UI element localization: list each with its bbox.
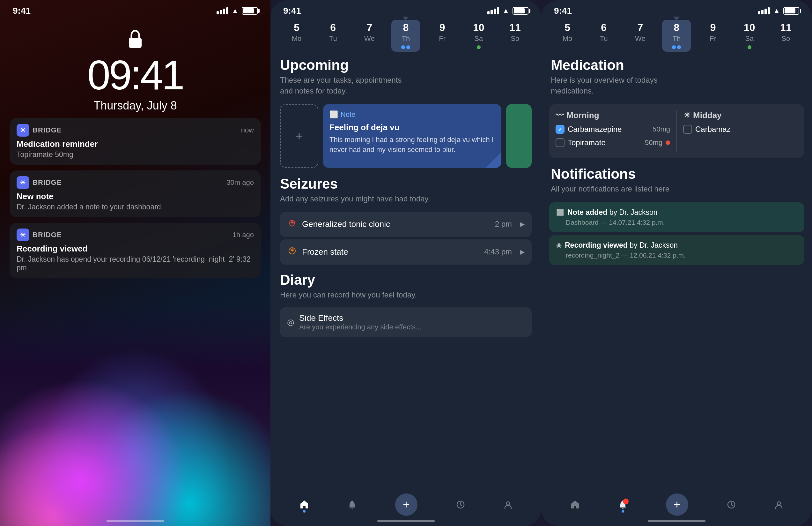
cal-day-fr[interactable]: 9 Fr — [428, 22, 457, 43]
nav-person-2[interactable] — [504, 500, 512, 509]
lock-date: Thursday, July 8 — [0, 99, 271, 112]
status-time-1: 9:41 — [13, 6, 31, 16]
nav-clock-2[interactable] — [456, 500, 465, 509]
checkbox-carbamazepine[interactable] — [555, 125, 565, 134]
battery-icon — [242, 7, 258, 15]
signal-icon-2 — [487, 8, 499, 14]
add-icon: + — [295, 129, 303, 143]
notif-subtitle-2: Dr. Jackson added a note to your dashboa… — [17, 203, 254, 211]
notif-item-3-2[interactable]: ◉ Recording viewed by Dr. Jackson record… — [549, 235, 804, 265]
nav-plus-3[interactable]: + — [666, 494, 688, 516]
notif-detail-1: Dashboard — 14.07.21 4:32 p.m. — [556, 219, 797, 226]
notif-by-2: by Dr. Jackson — [629, 241, 678, 249]
note-icon: ⬜ — [330, 111, 338, 119]
seizure-icon-2 — [287, 246, 297, 258]
add-card[interactable]: + — [280, 104, 318, 168]
note-body: This morning I had a strong feeling of d… — [330, 135, 495, 155]
notif-detail-2: recording_night_2 — 12.06.21 4:32 p.m. — [556, 252, 797, 259]
wifi-icon-2: ▲ — [502, 7, 509, 15]
diary-name-1: Side Effects — [299, 313, 525, 323]
notif-subtitle-1: Topiramate 50mg — [17, 150, 254, 159]
cal-dot-1 — [401, 45, 405, 49]
cal3-day-tu[interactable]: 6 Tu — [590, 22, 618, 43]
cal3-dots-th — [672, 45, 681, 49]
seizure-name-1: Generalized tonic clonic — [302, 219, 490, 229]
midday-sun-icon: ☀ — [683, 111, 691, 120]
nav-bell-3[interactable] — [619, 500, 627, 509]
seizure-name-2: Frozen state — [302, 247, 479, 257]
calendar-strip-3: 5 Mo 6 Tu 7 We 8 Th 9 Fr 10 Sa — [541, 16, 812, 52]
cal3-day-we[interactable]: 7 We — [626, 22, 654, 43]
notif-item-3-1[interactable]: ⬜ Note added by Dr. Jackson Dashboard — … — [549, 202, 804, 232]
cal3-day-mo[interactable]: 5 Mo — [553, 22, 582, 43]
med-item-carbamazepine[interactable]: Carbamazepine 50mg — [555, 125, 670, 134]
notif-note-icon: ⬜ — [556, 209, 564, 216]
signal-icon — [217, 8, 228, 14]
status-time-3: 9:41 — [554, 6, 572, 16]
seizure-item-1[interactable]: Generalized tonic clonic 2 pm ▶ — [280, 212, 532, 237]
note-card[interactable]: ⬜ Note Feeling of deja vu This morning I… — [323, 104, 502, 168]
med-item-midday-1[interactable]: Carbamaz — [683, 125, 798, 134]
home-indicator-2 — [377, 520, 435, 522]
nav-person-3[interactable] — [774, 500, 783, 509]
nav-plus-btn-3[interactable]: + — [666, 494, 688, 516]
diary-icon-1: ◎ — [287, 317, 294, 327]
nav-clock-3[interactable] — [727, 500, 736, 509]
cal-dots-sa — [477, 45, 481, 49]
nav-plus-2[interactable]: + — [395, 494, 418, 516]
lock-icon — [0, 29, 271, 51]
notif-text-main-1: Note added by Dr. Jackson — [567, 208, 657, 217]
seizure-item-2[interactable]: Frozen state 4:43 pm ▶ — [280, 239, 532, 265]
upcoming-scroll[interactable]: + ⬜ Note Feeling of deja vu This morning… — [271, 101, 541, 171]
notification-card-3[interactable]: ✳ BRIDGE 1h ago Recording viewed Dr. Jac… — [10, 223, 261, 278]
nav-plus-btn-2[interactable]: + — [395, 494, 418, 516]
nav-home-3[interactable] — [570, 500, 580, 509]
diary-sub-1: Are you experiencing any side effects... — [299, 323, 525, 331]
notification-card-2[interactable]: ✳ BRIDGE 30m ago New note Dr. Jackson ad… — [10, 170, 261, 217]
notif-time-3: 1h ago — [232, 231, 254, 239]
cal3-day-sa[interactable]: 10 Sa — [735, 22, 764, 49]
wallpaper — [0, 302, 271, 526]
cal-day-th[interactable]: 8 Th — [391, 22, 420, 49]
checkbox-topiramate[interactable] — [555, 138, 565, 147]
notification-card-1[interactable]: ✳ BRIDGE now Medication reminder Topiram… — [10, 118, 261, 165]
seizure-arrow-1: ▶ — [520, 220, 525, 228]
notif-by-1: by Dr. Jackson — [609, 208, 658, 216]
cal-day-sa[interactable]: 10 Sa — [464, 22, 493, 49]
notif-title-1: Medication reminder — [17, 139, 254, 149]
cal3-day-so[interactable]: 11 So — [771, 22, 800, 43]
nav-bell-2[interactable] — [348, 500, 357, 509]
cal-day-mo[interactable]: 5 Mo — [282, 22, 311, 43]
cal3-dots-sa — [748, 45, 751, 49]
checkbox-midday-1[interactable] — [683, 125, 692, 134]
notif-text-main-2: Recording viewed by Dr. Jackson — [565, 241, 678, 250]
diary-item-1[interactable]: ◎ Side Effects Are you experiencing any … — [280, 307, 532, 337]
med-name-midday-1: Carbamaz — [695, 125, 798, 134]
med-dosage-2: 50mg — [645, 139, 663, 147]
nav-home-2[interactable] — [300, 500, 309, 509]
bridge-icon-2: ✳ — [17, 176, 29, 189]
cal-day-we[interactable]: 7 We — [355, 22, 384, 43]
status-bar-2: 9:41 ▲ — [271, 0, 541, 16]
lock-time: 09:41 — [0, 54, 271, 96]
med-item-topiramate[interactable]: Topiramate 50mg — [555, 138, 670, 147]
med-name-2: Topiramate — [568, 138, 642, 147]
cal-day-so[interactable]: 11 So — [501, 22, 530, 43]
note-title: Feeling of deja vu — [330, 123, 495, 132]
med-card-partial — [506, 104, 532, 168]
diary-subtitle: Here you can record how you feel today. — [271, 289, 541, 305]
notif-subtitle-3: Dr. Jackson has opend your recording 06/… — [17, 255, 254, 272]
cal3-day-th[interactable]: 8 Th — [662, 22, 691, 49]
bell-badge — [623, 499, 628, 504]
cal-dot-green — [477, 45, 481, 49]
med-name-1: Carbamazepine — [568, 125, 649, 134]
med-col-midday: ☀ Midday Carbamaz — [683, 111, 798, 152]
med-dosage-1: 50mg — [653, 125, 670, 133]
notif-time-2: 30m ago — [227, 179, 254, 187]
home-indicator-1 — [106, 520, 164, 522]
cal3-day-fr[interactable]: 9 Fr — [699, 22, 727, 43]
notif-app-2: ✳ BRIDGE — [17, 176, 62, 189]
seizure-time-2: 4:43 pm — [484, 247, 512, 256]
cal-day-tu[interactable]: 6 Tu — [319, 22, 347, 43]
wifi-icon: ▲ — [232, 7, 238, 15]
